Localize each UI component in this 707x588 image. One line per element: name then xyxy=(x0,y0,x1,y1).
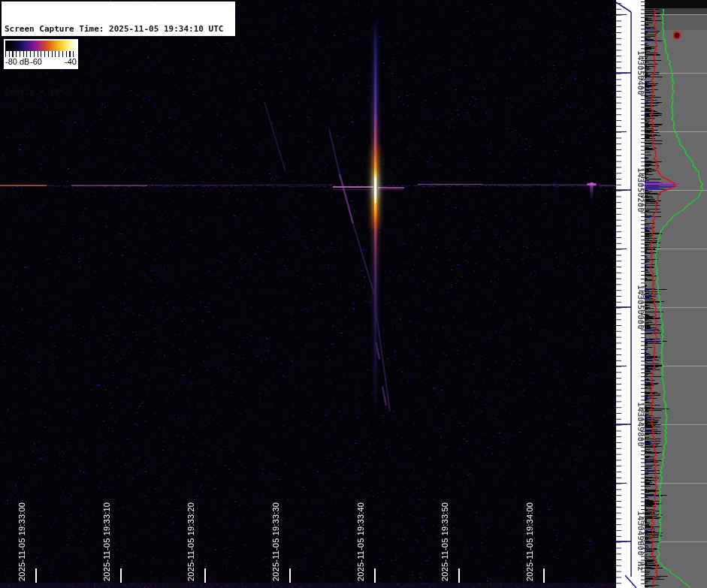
colorbar-major-ticks xyxy=(5,51,77,57)
time-tick-label: 2025-11-05 19:33:50 xyxy=(449,485,461,583)
colorbar-ticks xyxy=(5,51,77,57)
config-text: Config = V8 xyxy=(5,87,232,98)
colorbar-legend: -80 dB-60-40 xyxy=(4,39,78,69)
capture-time-text: Screen Capture Time: 2025-11-05 19:34:10… xyxy=(5,24,232,35)
time-tick-mark xyxy=(35,568,37,583)
time-tick-mark xyxy=(120,568,122,583)
colorbar-label: -60 xyxy=(30,57,42,66)
time-tick-mark xyxy=(204,568,206,583)
colorbar-gradient xyxy=(5,41,77,51)
time-tick-mark xyxy=(289,568,291,583)
colorbar-labels: -80 dB-60-40 xyxy=(5,57,77,68)
screen-capture: 2025-11-05 19:33:002025-11-05 19:33:1020… xyxy=(0,0,707,588)
spectrum-side-panel xyxy=(645,0,707,588)
time-tick-mark xyxy=(374,568,376,583)
colorbar-label: -40 xyxy=(65,57,77,66)
capture-info-box: Screen Capture Time: 2025-11-05 19:34:10… xyxy=(2,2,235,36)
time-tick-label: 2025-11-05 19:34:00 xyxy=(533,485,545,583)
time-tick-mark xyxy=(458,568,460,583)
time-tick-mark xyxy=(543,568,545,583)
colorbar-label: -80 dB xyxy=(5,57,29,66)
time-tick-label: 2025-11-05 19:33:40 xyxy=(364,485,376,583)
time-tick-label: 2025-11-05 19:33:10 xyxy=(110,485,122,583)
time-tick-label: 2025-11-05 19:33:20 xyxy=(195,485,207,583)
time-tick-label: 2025-11-05 19:33:30 xyxy=(279,485,292,583)
time-tick-label: 2025-11-05 19:33:00 xyxy=(26,485,38,583)
